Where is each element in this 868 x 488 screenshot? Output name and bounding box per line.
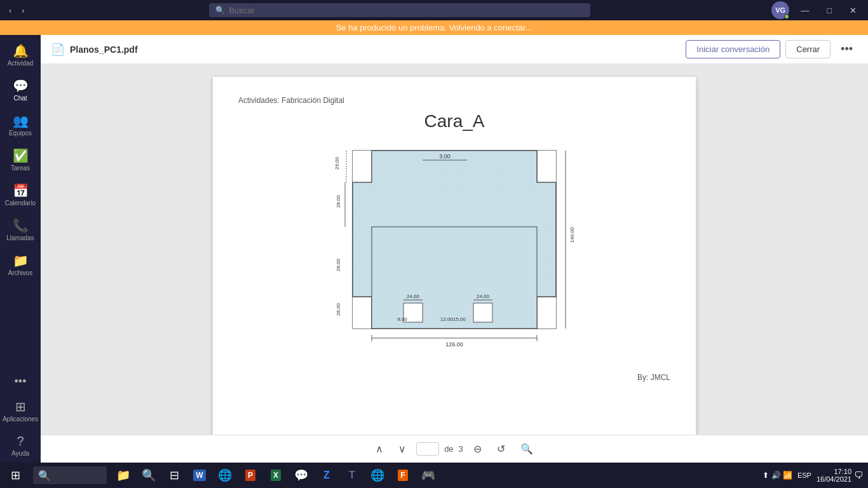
taskbar-app-explorer[interactable]: 📁 (112, 464, 135, 487)
sidebar-item-help[interactable]: ? Ayuda (0, 429, 41, 462)
svg-text:3.00: 3.00 (439, 153, 451, 159)
teams-icon: 👥 (13, 113, 29, 128)
svg-text:12.00: 12.00 (440, 316, 454, 322)
minimize-button[interactable]: — (794, 3, 815, 18)
apps-icon: ⊞ (15, 399, 26, 414)
start-button[interactable]: ⊞ (0, 468, 31, 482)
file-actions: Iniciar conversación Cerrar ••• (686, 40, 858, 58)
taskbar-search[interactable]: 🔍 (33, 466, 107, 484)
help-icon: ? (17, 434, 24, 449)
sidebar-item-tareas[interactable]: ✅ Tareas (0, 143, 41, 177)
title-bar: ‹ › 🔍 VG — □ ✕ (0, 0, 868, 20)
pdf-page: Actividades: Fabricación Digital Cara_A (213, 77, 696, 435)
svg-text:29.00: 29.00 (334, 156, 340, 170)
file-header: 📄 Planos_PC1.pdf Iniciar conversación Ce… (41, 35, 868, 64)
taskbar-app-teams[interactable]: T (341, 464, 363, 487)
sidebar-item-calendario[interactable]: 📅 Calendario (0, 178, 41, 212)
taskbar-app-chrome2[interactable]: 🌐 (366, 464, 389, 487)
taskbar-search-input[interactable] (51, 471, 102, 480)
forward-button[interactable]: › (18, 3, 28, 18)
files-icon: 📁 (13, 253, 29, 268)
status-badge (784, 14, 789, 19)
calendar-icon: 📅 (13, 183, 29, 198)
sidebar-item-apps[interactable]: ⊞ Aplicaciones (0, 394, 41, 428)
taskbar: ⊞ 🔍 📁 🔍 ⊟ W 🌐 P X 💬 Z T 🌐 F 🎮 ⬆ 🔊 📶 ESP … (0, 463, 868, 488)
zoom-reset-button[interactable]: ↺ (492, 440, 510, 458)
taskbar-apps: 📁 🔍 ⊟ W 🌐 P X 💬 Z T 🌐 F 🎮 (109, 464, 442, 487)
author-label: By: JMCL (238, 373, 670, 382)
notification-icon: 🗨 (854, 470, 863, 480)
taskbar-app-chrome1[interactable]: 🌐 (214, 464, 236, 487)
taskbar-app-excel[interactable]: X (264, 464, 287, 487)
taskbar-app-search[interactable]: 🔍 (137, 464, 160, 487)
activity-icon: 🔔 (13, 43, 29, 58)
svg-text:140.00: 140.00 (569, 227, 575, 243)
pdf-icon: 📄 (51, 43, 65, 57)
taskbar-app-extra[interactable]: 🎮 (417, 464, 440, 487)
main-layout: 🔔 Actividad 💬 Chat 👥 Equipos ✅ Tareas 📅 … (0, 35, 868, 463)
taskbar-lang: ESP (797, 471, 811, 479)
chat-icon: 💬 (13, 78, 29, 93)
cerrar-button[interactable]: Cerrar (785, 40, 831, 58)
title-bar-actions: VG — □ ✕ (771, 1, 863, 19)
svg-text:9.00: 9.00 (397, 316, 407, 322)
taskbar-app-fab[interactable]: F (391, 464, 414, 487)
total-pages: 3 (459, 444, 463, 454)
svg-rect-11 (372, 227, 537, 329)
svg-text:28.00: 28.00 (336, 302, 341, 316)
windows-icon: ⊞ (11, 468, 20, 482)
pdf-toolbar: ∧ ∨ 1 de 3 ⊖ ↺ 🔍 (41, 435, 868, 463)
search-icon: 🔍 (215, 6, 225, 15)
more-button[interactable]: ••• (10, 370, 32, 393)
technical-drawing: 3.00 29.00 28.00 28.00 28.00 14 (327, 144, 581, 367)
sidebar-item-llamadas[interactable]: 📞 Llamadas (0, 213, 41, 247)
taskbar-app-cortana[interactable]: ⊟ (163, 464, 186, 487)
search-bar[interactable]: 🔍 (209, 3, 590, 17)
taskbar-app-zoom[interactable]: Z (315, 464, 338, 487)
prev-page-button[interactable]: ∧ (370, 440, 388, 458)
taskbar-app-ppt[interactable]: P (239, 464, 262, 487)
sidebar-item-actividad[interactable]: 🔔 Actividad (0, 38, 41, 72)
svg-rect-13 (473, 303, 492, 322)
calls-icon: 📞 (13, 218, 29, 233)
taskbar-sys: ⬆ 🔊 📶 ESP 17:10 16/04/2021 🗨 (757, 468, 868, 483)
sidebar-item-equipos[interactable]: 👥 Equipos (0, 108, 41, 142)
back-button[interactable]: ‹ (5, 3, 15, 18)
svg-text:24.00: 24.00 (477, 294, 490, 299)
tasks-icon: ✅ (13, 148, 29, 163)
search-pdf-button[interactable]: 🔍 (515, 440, 538, 458)
page-number-input[interactable]: 1 (416, 442, 439, 456)
next-page-button[interactable]: ∨ (393, 440, 411, 458)
search-input[interactable] (229, 6, 584, 15)
iniciar-conversacion-button[interactable]: Iniciar conversación (686, 40, 780, 58)
page-title: Cara_A (238, 111, 670, 132)
zoom-out-button[interactable]: ⊖ (468, 440, 487, 458)
svg-text:24.00: 24.00 (407, 294, 420, 299)
pdf-viewer[interactable]: Actividades: Fabricación Digital Cara_A (41, 64, 868, 435)
sidebar-item-chat[interactable]: 💬 Chat (0, 73, 41, 107)
taskbar-search-icon: 🔍 (38, 470, 51, 482)
svg-text:15.00: 15.00 (453, 316, 466, 322)
svg-rect-6 (537, 297, 556, 329)
page-subtitle: Actividades: Fabricación Digital (238, 96, 670, 105)
file-title: 📄 Planos_PC1.pdf (51, 43, 138, 57)
more-options-button[interactable]: ••• (836, 40, 858, 58)
taskbar-clock: 17:10 16/04/2021 (817, 468, 851, 483)
content-area: 📄 Planos_PC1.pdf Iniciar conversación Ce… (41, 35, 868, 463)
page-separator: de (444, 444, 453, 454)
drawing-container: 3.00 29.00 28.00 28.00 28.00 14 (238, 144, 670, 367)
taskbar-app-discord[interactable]: 💬 (290, 464, 313, 487)
maximize-button[interactable]: □ (820, 3, 838, 18)
svg-rect-5 (353, 297, 372, 329)
close-button[interactable]: ✕ (843, 3, 863, 18)
connection-banner: Se ha producido un problema. Volviendo a… (0, 20, 868, 35)
nav-arrows: ‹ › (5, 3, 29, 18)
sidebar: 🔔 Actividad 💬 Chat 👥 Equipos ✅ Tareas 📅 … (0, 35, 41, 463)
svg-text:28.00: 28.00 (336, 194, 341, 208)
taskbar-app-word[interactable]: W (188, 464, 211, 487)
sidebar-item-archivos[interactable]: 📁 Archivos (0, 248, 41, 281)
taskbar-icons: ⬆ 🔊 📶 (763, 471, 792, 480)
svg-text:28.00: 28.00 (336, 258, 341, 271)
svg-text:126.00: 126.00 (445, 341, 463, 348)
svg-rect-3 (353, 151, 372, 182)
